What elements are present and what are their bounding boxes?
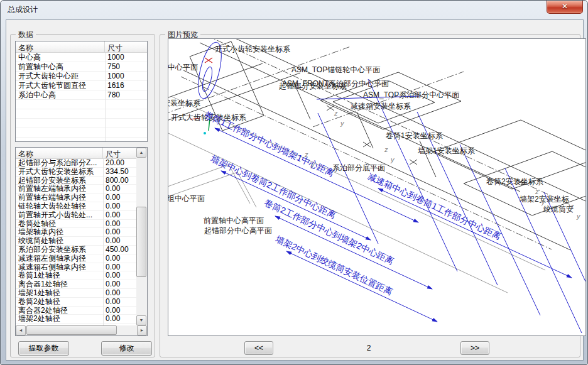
scroll-left-button[interactable]: ◄ (16, 325, 26, 335)
table-row[interactable]: 离合器1处轴径0.00 (16, 280, 136, 289)
row-size-cell: 450.00 (103, 246, 136, 254)
row-name-cell: 卷筒1处轴径 (16, 271, 103, 280)
scroll-left-icon: ◄ (19, 328, 23, 332)
scroll-up-button[interactable]: ▲ (136, 148, 146, 158)
table-row[interactable]: 链轮轴大齿轮处轴径0.00 (16, 202, 136, 211)
table-row[interactable]: 前置轴左端轴承内径0.00 (16, 185, 136, 193)
table-row[interactable]: 中心高1000 (16, 53, 147, 62)
table2-column-divider (103, 159, 104, 325)
table-row[interactable]: 起锚部分安装坐标系800.00 (16, 177, 136, 185)
modify-button[interactable]: 修改 (101, 341, 152, 356)
table-row[interactable]: 前置轴中心高750 (16, 62, 147, 72)
row-name-cell: 开式大齿轮安装坐标系 (16, 168, 103, 176)
table1-header-size[interactable]: 尺寸 (105, 41, 147, 52)
table-row[interactable]: 减速箱左侧轴承内径0.00 (16, 254, 136, 263)
row-name-cell: 系泊部分安装坐标系 (16, 246, 103, 254)
table1-header-name[interactable]: 名称 (16, 41, 105, 52)
table-row[interactable]: 墙架1处轴径0.00 (16, 289, 136, 298)
row-name-cell: 墙架2处轴径 (16, 315, 103, 323)
row-size-cell: 334.50 (103, 168, 136, 176)
row-size-cell: 0.00 (103, 315, 136, 323)
table-row[interactable]: 前置轴开式小齿轮处...0.00 (16, 211, 136, 220)
table-row[interactable]: 系泊中心高780 (16, 90, 147, 100)
table-row[interactable] (16, 128, 147, 138)
cad-annotation-label: 卷筒1安装坐标系 (386, 131, 443, 141)
row-name-cell: 前置轴开式小齿轮处... (16, 211, 103, 219)
cad-annotation-label: 轮中心平面 (168, 62, 198, 73)
table-row[interactable]: 卷筒2处轴径0.00 (16, 298, 136, 307)
table-row[interactable]: 起锚部分与系泊部分Z...20.00 (16, 159, 136, 168)
table-row[interactable]: 前置轴右端轴承内径0.00 (16, 193, 136, 202)
table-row[interactable]: 绞缆筒处轴径0.00 (16, 237, 136, 246)
row-name-cell: 前置轴右端轴承内径 (16, 193, 103, 202)
row-size-cell: 0.00 (103, 271, 136, 280)
row-name-cell: 卷筒处轴径 (16, 220, 103, 228)
previous-page-button[interactable]: << (244, 341, 273, 355)
cad-annotation-label: 安装坐标系 (168, 98, 200, 109)
extract-parameters-button[interactable]: 提取参数 (18, 341, 69, 356)
close-icon: ✕ (562, 2, 568, 11)
scroll-down-button[interactable]: ▼ (136, 315, 146, 325)
table2-vertical-scrollbar[interactable]: ▲ ▼ (136, 148, 147, 325)
row-name-cell: 中心高 (16, 53, 105, 62)
scroll-right-icon: ► (140, 328, 144, 332)
table2-header-name[interactable]: 名称 (16, 148, 103, 158)
row-size-cell: 0.00 (103, 202, 136, 210)
row-name-cell: 绞缆筒处轴径 (16, 237, 103, 245)
cad-annotation-label: 墙架1安装坐标系 (418, 146, 475, 156)
vertical-scroll-thumb[interactable] (136, 207, 146, 277)
next-page-button[interactable]: >> (460, 341, 489, 355)
table-row[interactable]: 墙架轴承内径0.00 (16, 228, 136, 237)
row-size-cell: 1000 (105, 53, 147, 62)
row-size-cell: 0.00 (103, 185, 136, 193)
axis-letter: y (311, 161, 315, 168)
scroll-up-icon: ▲ (139, 150, 144, 155)
row-size-cell: 0.00 (103, 263, 136, 271)
row-size-cell (105, 109, 147, 118)
table-row[interactable]: 减速箱右侧轴承内径0.00 (16, 263, 136, 272)
table-row[interactable]: 开式大齿轮节圆直径1616 (16, 81, 147, 90)
axis-letter: z (535, 188, 539, 195)
table2-horizontal-scrollbar[interactable]: ◄ ► (16, 325, 147, 335)
axis-letter: y (340, 119, 344, 127)
row-size-cell: 0.00 (103, 307, 136, 315)
table-row[interactable] (16, 100, 147, 109)
row-name-cell: 墙架1处轴径 (16, 289, 103, 297)
row-size-cell: 0.00 (103, 298, 136, 306)
axis-letter: z (570, 202, 574, 210)
table-row[interactable] (16, 119, 147, 128)
dimensions-table-detail[interactable]: 名称 尺寸 起锚部分与系泊部分Z...20.00开式大齿轮安装坐标系334.50… (15, 147, 148, 336)
table1-column-divider (105, 53, 106, 141)
cad-annotation-label: ASM_TOP锚链轮中心平面 (291, 65, 380, 75)
axis-letter: z (305, 151, 308, 158)
row-size-cell: 0.00 (103, 228, 136, 236)
scroll-down-icon: ▼ (139, 318, 144, 322)
dialog-window: 总成设计 ✕ 数据 名称 尺寸 中心高1000前置轴中心高750开式大齿轮中心距… (0, 0, 588, 365)
row-size-cell: 0.00 (103, 280, 136, 288)
data-groupbox-label: 数据 (16, 30, 36, 40)
row-name-cell (16, 109, 105, 118)
row-name-cell: 链轮轴大齿轮处轴径 (16, 202, 103, 210)
row-name-cell: 墙架轴承内径 (16, 228, 103, 236)
axis-letter: z (384, 146, 388, 153)
horizontal-scroll-thumb[interactable] (26, 325, 117, 335)
cad-annotation-label: ASM_TOP系泊部分中心平面 (363, 90, 459, 101)
table-row[interactable]: 卷筒1处轴径0.00 (16, 271, 136, 280)
row-size-cell (105, 100, 147, 109)
cad-preview-canvas: 开式小齿轮安装坐标系轮中心平面ASM_TOP锚链轮中心平面ASM_FRONT系泊… (168, 38, 586, 336)
title-bar[interactable]: 总成设计 ✕ (1, 1, 587, 19)
table-row[interactable]: 卷筒处轴径0.00 (16, 220, 136, 229)
table-row[interactable]: 墙架2处轴径0.00 (16, 315, 136, 324)
table2-header-size[interactable]: 尺寸 (103, 148, 136, 158)
table-row[interactable]: 开式大齿轮中心距1000 (16, 72, 147, 81)
scroll-right-button[interactable]: ► (137, 325, 147, 335)
close-button[interactable]: ✕ (547, 1, 583, 14)
axis-letter: y (542, 198, 545, 205)
table-row[interactable]: 离合器2处轴径0.00 (16, 307, 136, 315)
dimensions-table-main[interactable]: 名称 尺寸 中心高1000前置轴中心高750开式大齿轮中心距1000开式大齿轮节… (15, 41, 148, 142)
table-row[interactable]: 系泊部分安装坐标系450.00 (16, 246, 136, 254)
table-row[interactable]: 开式大齿轮安装坐标系334.50 (16, 168, 136, 177)
table-row[interactable] (16, 109, 147, 119)
table1-header: 名称 尺寸 (16, 41, 147, 53)
row-name-cell: 前置轴左端轴承内径 (16, 185, 103, 193)
